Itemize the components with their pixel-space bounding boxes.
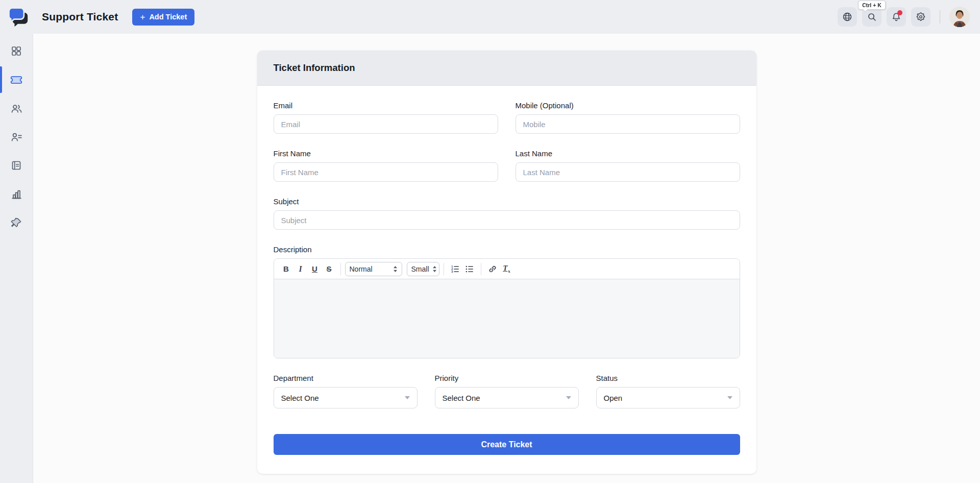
last-name-input[interactable]	[516, 162, 740, 182]
email-input[interactable]	[274, 114, 498, 134]
chevron-down-icon	[566, 396, 571, 399]
chevron-down-icon	[727, 396, 732, 399]
status-label: Status	[596, 374, 740, 382]
editor-toolbar: B I U S Normal	[274, 259, 740, 279]
app-logo-chat-icon[interactable]	[6, 5, 29, 29]
email-field-group: Email	[274, 101, 498, 134]
priority-field-group: Priority Select One	[435, 374, 579, 408]
toolbar-divider	[444, 263, 444, 275]
strikethrough-button[interactable]: S	[322, 262, 336, 276]
priority-label: Priority	[435, 374, 579, 382]
card-title: Ticket Information	[274, 62, 355, 74]
first-name-label: First Name	[274, 149, 498, 158]
mobile-label: Mobile (Optional)	[516, 101, 740, 110]
notification-dot	[897, 10, 902, 15]
email-label: Email	[274, 101, 498, 110]
format-select[interactable]: Normal	[345, 262, 402, 276]
ticket-information-card: Ticket Information Email Mobile (Optiona…	[257, 51, 756, 474]
ordered-list-button[interactable]: 123	[448, 262, 462, 276]
last-name-field-group: Last Name	[516, 149, 740, 182]
header-divider	[940, 10, 940, 23]
language-globe-button[interactable]	[838, 7, 857, 27]
underline-button[interactable]: U	[308, 262, 322, 276]
priority-select[interactable]: Select One	[435, 387, 579, 408]
status-select[interactable]: Open	[596, 387, 740, 408]
toolbar-divider	[340, 263, 341, 275]
ordered-list-icon: 123	[450, 264, 460, 274]
ticket-icon	[10, 73, 23, 86]
pin-icon	[10, 216, 23, 229]
subject-label: Subject	[274, 197, 740, 206]
search-button[interactable]: Ctrl + K	[862, 7, 881, 27]
description-textarea[interactable]	[274, 279, 740, 358]
clear-format-icon: Tx	[503, 264, 510, 274]
updown-arrows-icon	[393, 265, 398, 273]
department-field-group: Department Select One	[274, 374, 418, 408]
department-select[interactable]: Select One	[274, 387, 418, 408]
card-header: Ticket Information	[257, 51, 756, 86]
subject-field-group: Subject	[274, 197, 740, 230]
top-header: Support Ticket + Add Ticket Ctrl + K	[0, 0, 980, 34]
italic-button[interactable]: I	[293, 262, 308, 276]
sidebar-item-dashboard[interactable]	[0, 37, 33, 65]
toolbar-divider	[481, 263, 481, 275]
subject-input[interactable]	[274, 210, 740, 230]
insert-link-button[interactable]	[485, 262, 500, 276]
settings-button[interactable]	[911, 7, 930, 27]
sidebar-item-contacts[interactable]	[0, 123, 33, 151]
contact-list-icon	[10, 131, 23, 143]
add-ticket-button[interactable]: + Add Ticket	[132, 9, 194, 26]
card-body: Email Mobile (Optional) First Name Last …	[257, 86, 756, 474]
globe-icon	[842, 11, 853, 22]
size-select-value: Small	[411, 265, 429, 273]
bar-chart-icon	[10, 188, 23, 201]
sidebar-item-articles[interactable]	[0, 151, 33, 180]
status-field-group: Status Open	[596, 374, 740, 408]
create-ticket-button[interactable]: Create Ticket	[274, 434, 740, 455]
chevron-down-icon	[405, 396, 410, 399]
search-shortcut-tooltip: Ctrl + K	[858, 1, 886, 10]
format-select-value: Normal	[350, 265, 373, 273]
search-icon	[866, 11, 877, 22]
dashboard-grid-icon	[10, 45, 22, 57]
journal-icon	[10, 159, 22, 172]
mobile-field-group: Mobile (Optional)	[516, 101, 740, 134]
status-select-value: Open	[604, 394, 623, 402]
sidebar-item-tickets-active[interactable]	[0, 65, 33, 94]
priority-select-value: Select One	[443, 394, 480, 402]
mobile-input[interactable]	[516, 114, 740, 134]
link-icon	[487, 264, 498, 274]
last-name-label: Last Name	[516, 149, 740, 158]
first-name-input[interactable]	[274, 162, 498, 182]
user-avatar[interactable]	[949, 7, 970, 27]
clear-format-button[interactable]: Tx	[500, 262, 514, 276]
department-select-value: Select One	[281, 394, 319, 402]
add-ticket-label: Add Ticket	[149, 13, 187, 21]
users-icon	[10, 102, 23, 115]
rich-text-editor: B I U S Normal	[274, 258, 740, 358]
plus-icon: +	[140, 13, 145, 21]
size-select[interactable]: Small	[407, 262, 439, 276]
department-label: Department	[274, 374, 418, 382]
main-content: Ticket Information Email Mobile (Optiona…	[33, 34, 980, 483]
gear-icon	[915, 11, 926, 22]
bold-button[interactable]: B	[279, 262, 293, 276]
notifications-button[interactable]	[887, 7, 906, 27]
updown-arrows-icon	[432, 265, 437, 273]
description-field-group: Description B I U S Normal	[274, 245, 740, 358]
active-indicator-bar	[0, 66, 2, 93]
first-name-field-group: First Name	[274, 149, 498, 182]
sidebar-item-pinned[interactable]	[0, 208, 33, 237]
bullet-list-icon	[464, 264, 475, 274]
bullet-list-button[interactable]	[462, 262, 477, 276]
svg-text:3: 3	[451, 270, 453, 273]
sidebar-item-customers[interactable]	[0, 94, 33, 123]
icon-sidebar	[0, 34, 33, 483]
sidebar-item-reports[interactable]	[0, 180, 33, 208]
description-label: Description	[274, 245, 740, 254]
page-title: Support Ticket	[42, 11, 118, 23]
